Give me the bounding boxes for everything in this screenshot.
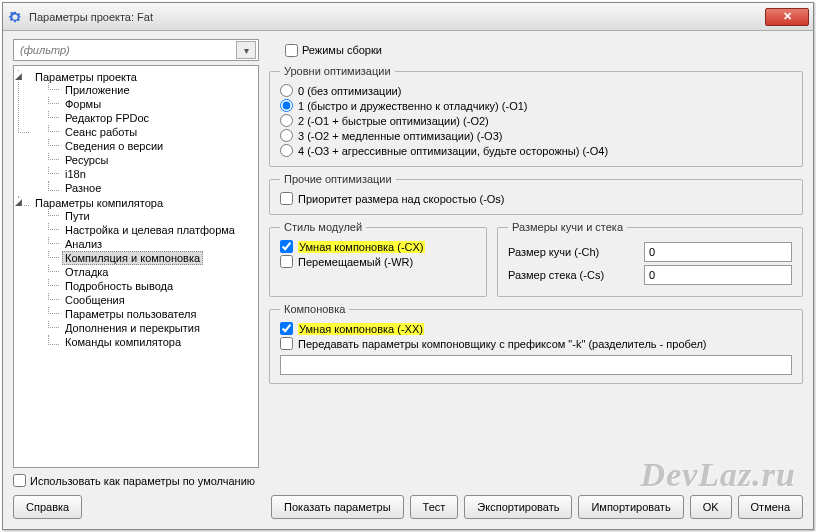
pass-linker-opts-label: Передавать параметры компоновщику с преф… (298, 338, 707, 350)
opt-o3-radio[interactable] (280, 129, 293, 142)
pass-linker-opts-input[interactable] (280, 355, 792, 375)
cancel-button[interactable]: Отмена (738, 495, 803, 519)
tree-node-i18n[interactable]: i18n (48, 167, 256, 181)
opt-o4-label: 4 (-O3 + агрессивные оптимизации, будьте… (298, 145, 608, 157)
help-button[interactable]: Справка (13, 495, 82, 519)
opt-o1-radio[interactable] (280, 99, 293, 112)
heap-stack-group: Размеры кучи и стека Размер кучи (-Ch) Р… (497, 221, 803, 297)
titlebar: Параметры проекта: Fat ✕ (3, 3, 813, 31)
filter-clear-button[interactable]: ▾ (236, 41, 256, 59)
tree-node-version[interactable]: Сведения о версии (48, 139, 256, 153)
tree-node-paths[interactable]: Пути (48, 209, 256, 223)
tree-node-userparams[interactable]: Параметры пользователя (48, 307, 256, 321)
tree-node-verbose[interactable]: Подробность вывода (48, 279, 256, 293)
tree-node-analysis[interactable]: Анализ (48, 237, 256, 251)
tree-node-debug[interactable]: Отладка (48, 265, 256, 279)
tree-node-misc[interactable]: Разное (48, 181, 256, 195)
options-tree[interactable]: ◢ Параметры проекта Приложение Формы Ред… (13, 65, 259, 468)
relocatable-wr-label: Перемещаемый (-WR) (298, 256, 413, 268)
unit-style-group: Стиль модулей Умная компоновка (-CX) Пер… (269, 221, 487, 297)
collapse-icon[interactable]: ◢ (14, 198, 23, 207)
tree-node-application[interactable]: Приложение (48, 83, 256, 97)
heap-stack-legend: Размеры кучи и стека (508, 221, 627, 233)
use-as-default-label: Использовать как параметры по умолчанию (30, 475, 255, 487)
optimization-levels-group: Уровни оптимизации 0 (без оптимизации) 1… (269, 65, 803, 167)
tree-node-target[interactable]: Настройка и целевая платформа (48, 223, 256, 237)
stack-size-input[interactable] (644, 265, 792, 285)
smartlink-xx-label: Умная компоновка (-XX) (298, 323, 424, 335)
heap-size-input[interactable] (644, 242, 792, 262)
linking-legend: Компоновка (280, 303, 349, 315)
tree-node-resources[interactable]: Ресурсы (48, 153, 256, 167)
smartlink-cx-label: Умная компоновка (-CX) (298, 241, 425, 253)
tree-node-project-options[interactable]: ◢ Параметры проекта Приложение Формы Ред… (18, 70, 256, 196)
unit-style-legend: Стиль модулей (280, 221, 366, 233)
linking-group: Компоновка Умная компоновка (-XX) Переда… (269, 303, 803, 384)
button-bar: Справка Показать параметры Тест Экспорти… (13, 491, 803, 525)
opt-o4-radio[interactable] (280, 144, 293, 157)
optimization-levels-legend: Уровни оптимизации (280, 65, 395, 77)
build-modes-label: Режимы сборки (302, 44, 382, 56)
stack-size-label: Размер стека (-Cs) (508, 269, 638, 281)
filter-box: ▾ (13, 39, 259, 61)
opt-os-label: Приоритет размера над скоростью (-Os) (298, 193, 505, 205)
close-button[interactable]: ✕ (765, 8, 809, 26)
settings-pane: Уровни оптимизации 0 (без оптимизации) 1… (269, 65, 803, 468)
dialog-window: Параметры проекта: Fat ✕ ▾ Режимы сборки (2, 2, 814, 530)
funnel-icon: ▾ (244, 45, 249, 56)
tree-node-forms[interactable]: Формы (48, 97, 256, 111)
other-optimizations-group: Прочие оптимизации Приоритет размера над… (269, 173, 803, 215)
opt-o1-label: 1 (быстро и дружественно к отладчику) (-… (298, 100, 527, 112)
other-optimizations-legend: Прочие оптимизации (280, 173, 396, 185)
relocatable-wr-checkbox[interactable] (280, 255, 293, 268)
opt-o3-label: 3 (-O2 + медленные оптимизации) (-O3) (298, 130, 502, 142)
export-button[interactable]: Экспортировать (464, 495, 572, 519)
close-icon: ✕ (783, 10, 792, 23)
import-button[interactable]: Импортировать (578, 495, 683, 519)
tree-node-fpdoc[interactable]: Редактор FPDoc (48, 111, 256, 125)
tree-node-compile-link[interactable]: Компиляция и компоновка (48, 251, 256, 265)
smartlink-xx-checkbox[interactable] (280, 322, 293, 335)
ok-button[interactable]: OK (690, 495, 732, 519)
window-title: Параметры проекта: Fat (29, 11, 765, 23)
collapse-icon[interactable]: ◢ (14, 72, 23, 81)
gear-icon (7, 9, 23, 25)
top-row: ▾ Режимы сборки (13, 39, 803, 61)
opt-o0-radio[interactable] (280, 84, 293, 97)
filter-input[interactable] (18, 43, 236, 57)
heap-size-label: Размер кучи (-Ch) (508, 246, 638, 258)
tree-node-session[interactable]: Сеанс работы (48, 125, 256, 139)
dialog-body: ▾ Режимы сборки ◢ Параметры проекта Прил… (3, 31, 813, 529)
opt-o0-label: 0 (без оптимизации) (298, 85, 401, 97)
tree-node-compiler-options[interactable]: ◢ Параметры компилятора Пути Настройка и… (18, 196, 256, 350)
use-as-default-checkbox[interactable] (13, 474, 26, 487)
tree-node-override[interactable]: Дополнения и перекрытия (48, 321, 256, 335)
tree-node-messages[interactable]: Сообщения (48, 293, 256, 307)
tree-node-cmds[interactable]: Команды компилятора (48, 335, 256, 349)
opt-o2-label: 2 (-O1 + быстрые оптимизации) (-O2) (298, 115, 489, 127)
pass-linker-opts-checkbox[interactable] (280, 337, 293, 350)
build-modes-checkbox[interactable] (285, 44, 298, 57)
smartlink-cx-checkbox[interactable] (280, 240, 293, 253)
show-params-button[interactable]: Показать параметры (271, 495, 404, 519)
opt-os-checkbox[interactable] (280, 192, 293, 205)
test-button[interactable]: Тест (410, 495, 459, 519)
opt-o2-radio[interactable] (280, 114, 293, 127)
